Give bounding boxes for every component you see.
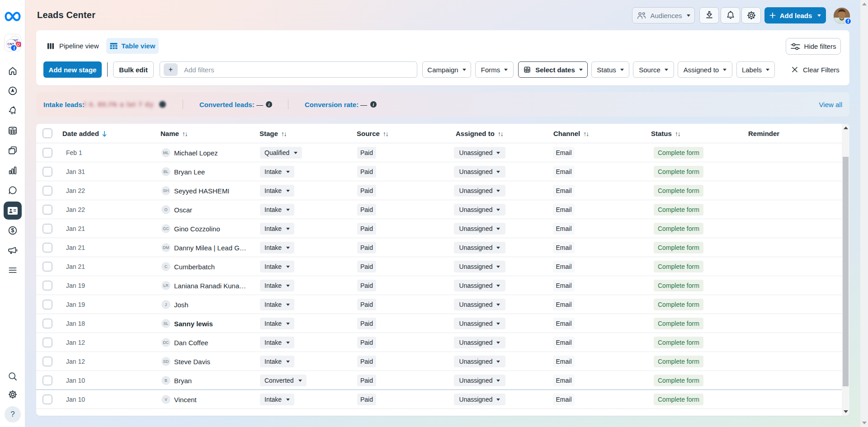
svg-text:$: $ xyxy=(11,227,14,234)
